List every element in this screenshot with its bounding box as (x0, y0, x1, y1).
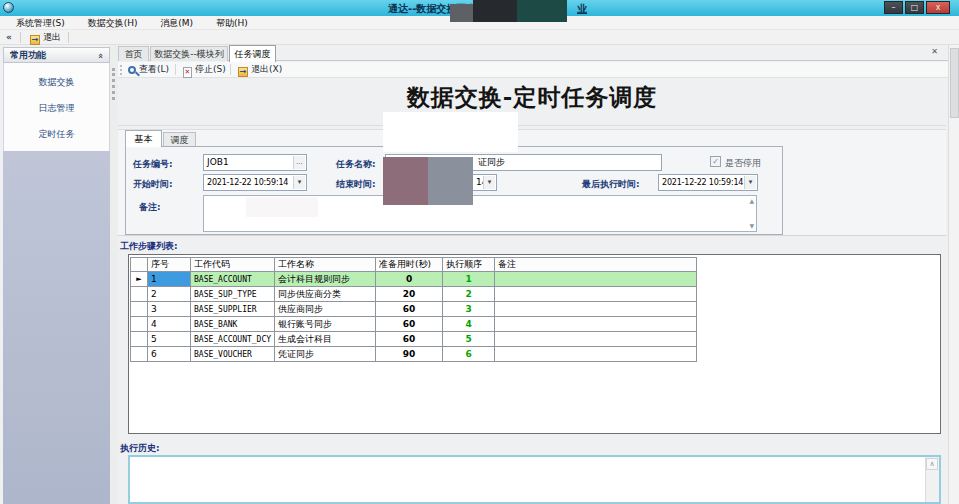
cell-name[interactable]: 生成会计科目 (275, 332, 376, 347)
table-header-row: 序号 工作代码 工作名称 准备用时(秒) 执行顺序 备注 (131, 258, 697, 272)
row-marker-cell[interactable] (131, 347, 148, 362)
cell-remark[interactable] (495, 287, 697, 302)
tab-home[interactable]: 首页 (118, 46, 149, 61)
redaction-box (383, 157, 428, 205)
cell-name[interactable]: 会计科目规则同步 (275, 272, 376, 287)
cell-seq[interactable]: 4 (148, 317, 191, 332)
sidebar-item-data-exchange[interactable]: 数据交换 (4, 76, 109, 88)
close-window-button[interactable]: x (926, 1, 950, 14)
action-toolbar: 查看(L) ✕停止(S) →退出(X) (118, 62, 948, 78)
row-marker-cell[interactable] (131, 317, 148, 332)
row-marker-cell[interactable] (131, 302, 148, 317)
exit-button[interactable]: →退出 (26, 31, 65, 44)
cell-seq[interactable]: 3 (148, 302, 191, 317)
cell-remark[interactable] (495, 272, 697, 287)
cell-name[interactable]: 银行账号同步 (275, 317, 376, 332)
sidebar-item-log-management[interactable]: 日志管理 (4, 102, 109, 114)
cell-code[interactable]: BASE_SUPPLIER (191, 302, 275, 317)
exec-history-textarea[interactable]: ∧ (128, 455, 941, 504)
cell-code[interactable]: BASE_VOUCHER (191, 347, 275, 362)
cell-exec-order[interactable]: 4 (443, 317, 495, 332)
exit-page-button[interactable]: →退出(X) (235, 63, 285, 76)
table-row[interactable]: 2 BASE_SUP_TYPE 同步供应商分类 20 2 (131, 287, 697, 302)
row-marker-cell[interactable] (131, 287, 148, 302)
scroll-down-icon[interactable]: ▼ (749, 223, 754, 229)
table-row[interactable]: ► 1 BASE_ACCOUNT 会计科目规则同步 0 1 (131, 272, 697, 287)
cell-exec-order[interactable]: 5 (443, 332, 495, 347)
table-row[interactable]: 6 BASE_VOUCHER 凭证同步 90 6 (131, 347, 697, 362)
main-scrollbar[interactable] (948, 45, 959, 504)
col-remark[interactable]: 备注 (495, 258, 697, 272)
job-no-input[interactable]: JOB1 … (203, 154, 307, 171)
collapse-chevrons-icon[interactable]: « (6, 32, 12, 42)
col-name[interactable]: 工作名称 (275, 258, 376, 272)
stop-icon: ✕ (183, 67, 192, 78)
col-code[interactable]: 工作代码 (191, 258, 275, 272)
cell-prep-time[interactable]: 60 (376, 317, 443, 332)
dropdown-icon[interactable]: ▾ (293, 176, 305, 189)
scroll-up-icon[interactable]: ▲ (749, 198, 754, 204)
scrollbar-thumb[interactable] (950, 48, 959, 118)
maximize-button[interactable]: □ (905, 1, 924, 14)
col-prep-time[interactable]: 准备用时(秒) (376, 258, 443, 272)
cell-name[interactable]: 凭证同步 (275, 347, 376, 362)
cell-code[interactable]: BASE_ACCOUNT_DCY (191, 332, 275, 347)
cell-remark[interactable] (495, 302, 697, 317)
more-button[interactable]: … (293, 156, 305, 169)
view-button[interactable]: 查看(L) (125, 63, 172, 76)
menu-help[interactable]: 帮助(H) (206, 16, 258, 30)
cell-name[interactable]: 供应商同步 (275, 302, 376, 317)
dropdown-icon[interactable]: ▾ (483, 176, 495, 189)
cell-remark[interactable] (495, 317, 697, 332)
redaction-box (517, 0, 567, 22)
tab-close-icon[interactable]: ✕ (931, 47, 938, 56)
sidebar-item-scheduled-tasks[interactable]: 定时任务 (4, 128, 109, 140)
cell-seq[interactable]: 2 (148, 287, 191, 302)
form-tab-schedule[interactable]: 调度 (163, 132, 196, 147)
cell-exec-order[interactable]: 1 (443, 272, 495, 287)
cell-prep-time[interactable]: 60 (376, 302, 443, 317)
cell-exec-order[interactable]: 6 (443, 347, 495, 362)
cell-name[interactable]: 同步供应商分类 (275, 287, 376, 302)
cell-code[interactable]: BASE_SUP_TYPE (191, 287, 275, 302)
cell-seq[interactable]: 1 (148, 272, 191, 287)
caret-up-icon[interactable]: ∧ (926, 458, 938, 470)
cell-prep-time[interactable]: 0 (376, 272, 443, 287)
cell-exec-order[interactable]: 3 (443, 302, 495, 317)
cell-seq[interactable]: 5 (148, 332, 191, 347)
tab-task-schedule[interactable]: 任务调度 (229, 45, 276, 62)
disabled-checkbox[interactable]: ✓ (710, 156, 721, 167)
tab-module-list[interactable]: 数据交换--模块列表 (150, 46, 228, 61)
minimize-button[interactable]: – (884, 1, 903, 14)
cell-prep-time[interactable]: 60 (376, 332, 443, 347)
stop-button[interactable]: ✕停止(S) (180, 63, 229, 76)
form-tab-basic[interactable]: 基本 (125, 130, 162, 147)
steps-grid-container: 序号 工作代码 工作名称 准备用时(秒) 执行顺序 备注 ► 1 BASE_AC… (128, 254, 941, 434)
disabled-checkbox-label: 是否停用 (725, 157, 761, 170)
row-marker-cell[interactable]: ► (131, 272, 148, 287)
table-row[interactable]: 5 BASE_ACCOUNT_DCY 生成会计科目 60 5 (131, 332, 697, 347)
menu-system[interactable]: 系统管理(S) (6, 16, 75, 30)
cell-remark[interactable] (495, 332, 697, 347)
cell-code[interactable]: BASE_BANK (191, 317, 275, 332)
last-exec-time-input[interactable]: 2021-12-22 10:59:14 ▾ (658, 174, 758, 191)
start-time-input[interactable]: 2021-12-22 10:59:14 ▾ (203, 174, 307, 191)
panel-collapse-icon[interactable]: « (94, 53, 108, 59)
cell-prep-time[interactable]: 20 (376, 287, 443, 302)
col-exec-order[interactable]: 执行顺序 (443, 258, 495, 272)
table-row[interactable]: 4 BASE_BANK 银行账号同步 60 4 (131, 317, 697, 332)
toolbar-separator (20, 32, 21, 43)
cell-prep-time[interactable]: 90 (376, 347, 443, 362)
table-row[interactable]: 3 BASE_SUPPLIER 供应商同步 60 3 (131, 302, 697, 317)
dropdown-icon[interactable]: ▾ (744, 176, 756, 189)
col-seq[interactable]: 序号 (148, 258, 191, 272)
row-marker-cell[interactable] (131, 332, 148, 347)
cell-remark[interactable] (495, 347, 697, 362)
history-scrollbar[interactable]: ∧ (925, 457, 939, 502)
menu-message[interactable]: 消息(M) (150, 16, 203, 30)
sidebar-splitter[interactable] (110, 45, 118, 504)
menu-data-exchange[interactable]: 数据交换(H) (78, 16, 148, 30)
cell-seq[interactable]: 6 (148, 347, 191, 362)
cell-code[interactable]: BASE_ACCOUNT (191, 272, 275, 287)
cell-exec-order[interactable]: 2 (443, 287, 495, 302)
